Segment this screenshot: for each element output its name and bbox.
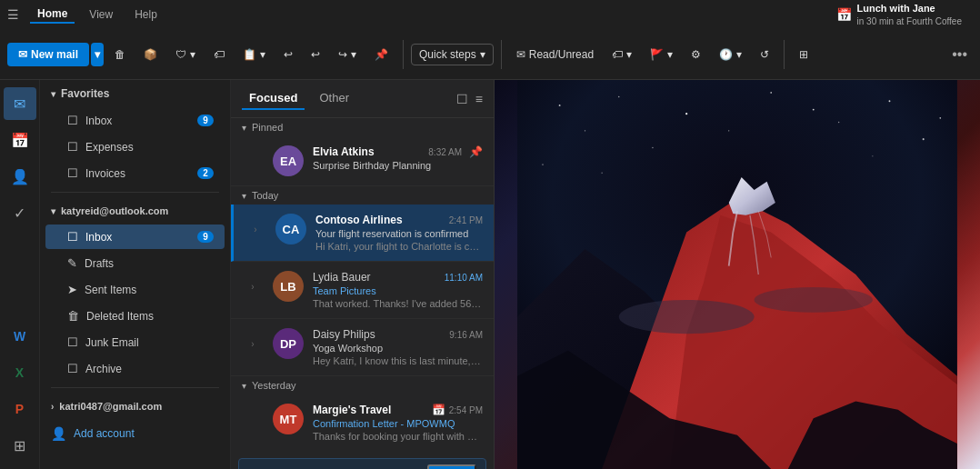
pinned-chevron[interactable]: ▾ bbox=[242, 123, 246, 133]
tag-icon: 🏷 bbox=[214, 48, 225, 61]
email-item-margie[interactable]: MT Margie's Travel 📅 2:54 PM Confirmatio… bbox=[231, 394, 494, 469]
excel-sidebar-icon[interactable]: X bbox=[4, 356, 36, 389]
new-mail-dropdown[interactable]: ▾ bbox=[91, 43, 104, 66]
redo-icon: ↪ bbox=[338, 48, 347, 61]
svg-point-10 bbox=[542, 164, 544, 165]
favorites-expenses[interactable]: ☐ Expenses bbox=[45, 135, 225, 159]
view-tab[interactable]: View bbox=[82, 6, 120, 23]
categorize-button[interactable]: 🏷 ▾ bbox=[605, 45, 639, 65]
email-header-contoso: Contoso Airlines 2:41 PM bbox=[315, 214, 483, 226]
email-header-lydia: Lydia Bauer 11:10 AM bbox=[313, 271, 483, 284]
categorize-icon: 🏷 bbox=[612, 48, 623, 61]
today-chevron[interactable]: ▾ bbox=[242, 191, 246, 201]
new-mail-button[interactable]: ✉ New mail bbox=[7, 43, 89, 66]
account1-sent[interactable]: ➤ Sent Items bbox=[45, 277, 225, 302]
read-unread-button[interactable]: ✉ Read/Unread bbox=[509, 45, 601, 65]
rsvp-button[interactable]: RSVP bbox=[427, 464, 476, 469]
account2-header[interactable]: › katri0487@gmail.com bbox=[40, 394, 230, 419]
calendar-sidebar-icon[interactable]: 📅 bbox=[4, 124, 36, 156]
account1-junk[interactable]: ☐ Junk Email bbox=[45, 330, 225, 354]
delete-icon: 🗑 bbox=[115, 48, 125, 61]
clock-icon: 🕐 bbox=[719, 48, 733, 61]
svg-point-4 bbox=[770, 92, 772, 94]
email-item-contoso[interactable]: › CA Contoso Airlines 2:41 PM Your fligh… bbox=[231, 205, 494, 262]
shield-button[interactable]: 🛡 ▾ bbox=[168, 45, 203, 65]
filter-sort-icon[interactable]: ≡ bbox=[475, 92, 483, 106]
help-tab[interactable]: Help bbox=[127, 6, 165, 23]
main-area: ✉ 📅 👤 ✓ W X P ⊞ ▾ Favorites ☐ Inbox 9 ☐ … bbox=[0, 80, 980, 469]
account2-chevron: › bbox=[51, 402, 54, 412]
quick-steps-label: Quick steps bbox=[419, 48, 476, 61]
account1-deleted-label: Deleted Items bbox=[86, 310, 214, 323]
undo-icon: ↩ bbox=[284, 48, 293, 61]
yesterday-chevron[interactable]: ▾ bbox=[242, 381, 246, 391]
favorites-label: Favorites bbox=[61, 87, 109, 100]
account1-drafts[interactable]: ✎ Drafts bbox=[45, 251, 225, 275]
drafts-icon: ✎ bbox=[67, 256, 77, 270]
delete-button[interactable]: 🗑 bbox=[107, 45, 133, 65]
read-unread-label: Read/Unread bbox=[529, 48, 594, 61]
tasks-sidebar-icon[interactable]: ✓ bbox=[4, 196, 36, 229]
favorites-header[interactable]: ▾ Favorites bbox=[40, 80, 230, 107]
email-item-lydia[interactable]: › LB Lydia Bauer 11:10 AM Team Pictures … bbox=[231, 262, 494, 319]
email-header-daisy: Daisy Philips 9:16 AM bbox=[313, 328, 483, 341]
account1-archive[interactable]: ☐ Archive bbox=[45, 356, 225, 381]
move-button[interactable]: 📋 ▾ bbox=[235, 45, 273, 65]
email-item-pinned-elvia[interactable]: EA Elvia Atkins 8:32 AM 📌 Surprise Birth… bbox=[231, 136, 494, 186]
more-options-button[interactable]: ••• bbox=[946, 43, 973, 66]
ppt-sidebar-icon[interactable]: P bbox=[4, 393, 36, 425]
tag-button[interactable]: 🏷 bbox=[206, 45, 232, 65]
view-switch-button[interactable]: ⊞ bbox=[792, 45, 815, 65]
archive-icon: 📦 bbox=[144, 48, 157, 61]
undo2-button[interactable]: ↩ bbox=[304, 45, 327, 65]
account1-deleted[interactable]: 🗑 Deleted Items bbox=[45, 304, 225, 328]
snooze-button[interactable]: 🕐 ▾ bbox=[712, 45, 749, 65]
account1-header[interactable]: ▾ katyreid@outlook.com bbox=[40, 198, 230, 224]
pin-button[interactable]: 📌 bbox=[367, 45, 395, 65]
hamburger-icon[interactable]: ☰ bbox=[7, 7, 19, 22]
undo2-icon: ↩ bbox=[311, 48, 320, 61]
account1-inbox[interactable]: ☐ Inbox 9 bbox=[45, 225, 225, 249]
undo-button[interactable]: ↩ bbox=[276, 45, 300, 65]
notification-area[interactable]: 📅 Lunch with Jane in 30 min at Fourth Co… bbox=[836, 2, 962, 26]
account1-chevron: ▾ bbox=[51, 206, 55, 216]
rule-button[interactable]: ⚙ bbox=[684, 45, 708, 65]
apps-sidebar-icon[interactable]: ⊞ bbox=[4, 429, 36, 462]
email-header-margie: Margie's Travel 📅 2:54 PM bbox=[313, 404, 483, 416]
favorites-expenses-label: Expenses bbox=[85, 141, 214, 154]
archive-nav-icon: ☐ bbox=[67, 362, 78, 375]
email-preview-lydia: That worked. Thanks! I've added 56 of th… bbox=[313, 298, 483, 309]
svg-point-1 bbox=[559, 105, 561, 106]
home-tab[interactable]: Home bbox=[30, 5, 75, 24]
add-account-button[interactable]: 👤 Add account bbox=[40, 419, 230, 448]
pinned-section-header: ▾ Pinned bbox=[231, 118, 494, 136]
email-time-pin-row: 8:32 AM 📌 bbox=[428, 145, 483, 158]
undo3-button[interactable]: ↺ bbox=[753, 45, 776, 65]
redo-button[interactable]: ↪ ▾ bbox=[331, 45, 364, 65]
svg-point-23 bbox=[755, 287, 873, 313]
quick-steps-button[interactable]: Quick steps ▾ bbox=[411, 44, 494, 65]
archive-button[interactable]: 📦 bbox=[136, 45, 165, 65]
word-sidebar-icon[interactable]: W bbox=[4, 320, 36, 353]
flag-button[interactable]: 🚩 ▾ bbox=[643, 45, 680, 65]
email-time-lydia: 11:10 AM bbox=[445, 273, 483, 283]
account2-label: katri0487@gmail.com bbox=[59, 401, 162, 412]
favorites-inbox[interactable]: ☐ Inbox 9 bbox=[45, 108, 225, 133]
email-header-elvia: Elvia Atkins 8:32 AM 📌 bbox=[313, 145, 483, 158]
mail-sidebar-icon[interactable]: ✉ bbox=[4, 87, 36, 120]
email-preview-daisy: Hey Katri, I know this is last minute, b… bbox=[313, 355, 483, 366]
move-dropdown: ▾ bbox=[260, 48, 265, 61]
svg-point-11 bbox=[728, 130, 729, 131]
email-item-daisy[interactable]: › DP Daisy Philips 9:16 AM Yoga Workshop… bbox=[231, 319, 494, 376]
people-sidebar-icon[interactable]: 👤 bbox=[4, 160, 36, 193]
mountain-illustration bbox=[495, 80, 980, 469]
other-tab[interactable]: Other bbox=[312, 87, 356, 110]
icon-sidebar: ✉ 📅 👤 ✓ W X P ⊞ bbox=[0, 80, 40, 469]
nav-divider-1 bbox=[51, 192, 219, 193]
favorites-invoices[interactable]: ☐ Invoices 2 bbox=[45, 161, 225, 185]
focused-tab[interactable]: Focused bbox=[242, 87, 305, 110]
favorites-invoices-badge: 2 bbox=[197, 167, 214, 179]
email-preview-margie: Thanks for booking your flight with Marg… bbox=[313, 431, 483, 442]
email-time-margie: 2:54 PM bbox=[449, 405, 483, 415]
split-view-icon[interactable]: ☐ bbox=[456, 92, 468, 106]
